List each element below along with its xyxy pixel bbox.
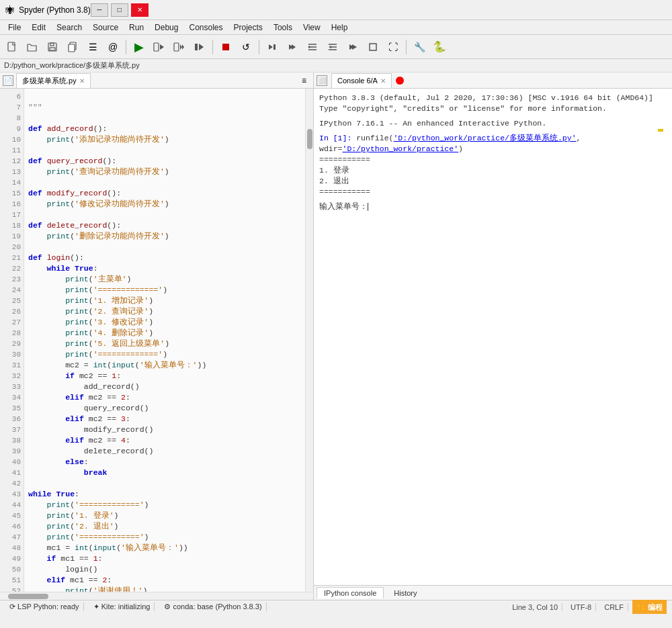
menu-run[interactable]: Run bbox=[124, 21, 149, 34]
status-right: Line 3, Col 10 UTF-8 CRLF ↑↓ 编程 bbox=[508, 600, 667, 614]
code-content[interactable]: """ def add_record(): print('添加记录功能尚待开发'… bbox=[24, 89, 305, 592]
file-path-text: D:/python_work/practice/多级菜单系统.py bbox=[4, 60, 140, 71]
toolbar-separator-1 bbox=[126, 40, 126, 54]
console-tab-close[interactable]: ✕ bbox=[380, 77, 386, 85]
stop2-button[interactable] bbox=[364, 38, 382, 56]
debug-step-button[interactable] bbox=[283, 38, 302, 56]
app-icon: 🕷 bbox=[5, 5, 15, 15]
open-file-button[interactable] bbox=[23, 38, 42, 56]
run-selection-button[interactable] bbox=[170, 38, 189, 56]
svg-marker-7 bbox=[160, 44, 164, 50]
menu-search[interactable]: Search bbox=[51, 21, 87, 34]
scroll-marker bbox=[658, 129, 663, 132]
new-file-button[interactable] bbox=[3, 38, 22, 56]
title-bar: 🕷 Spyder (Python 3.8) ─ □ ✕ bbox=[0, 0, 672, 20]
at-button[interactable]: @ bbox=[103, 38, 122, 56]
svg-rect-11 bbox=[195, 44, 198, 50]
console-tabs: ⬜ Console 6/A ✕ bbox=[314, 73, 672, 89]
settings-button[interactable]: 🔧 bbox=[410, 38, 429, 56]
svg-rect-3 bbox=[50, 48, 55, 50]
svg-marker-9 bbox=[180, 44, 182, 50]
tab-history[interactable]: History bbox=[386, 587, 424, 599]
horizontal-scrollbar-editor[interactable] bbox=[0, 592, 313, 600]
maximize-button[interactable]: □ bbox=[111, 3, 128, 17]
console-red-indicator bbox=[396, 77, 404, 85]
console-menu1: 1. 登录 bbox=[319, 165, 667, 176]
bottom-tabs-bar: IPython console History bbox=[314, 585, 672, 600]
menu-debug[interactable]: Debug bbox=[149, 21, 183, 34]
console-pane: ⬜ Console 6/A ✕ Python 3.8.3 (default, J… bbox=[314, 73, 672, 600]
indent-button[interactable] bbox=[303, 38, 322, 56]
svg-rect-15 bbox=[274, 44, 276, 50]
menu-source[interactable]: Source bbox=[87, 21, 124, 34]
brand-label: ↑↓ 编程 bbox=[632, 600, 667, 614]
run-cell-button[interactable] bbox=[150, 38, 169, 56]
debug-next-button[interactable] bbox=[263, 38, 282, 56]
console-tab-main[interactable]: Console 6/A ✕ bbox=[331, 73, 392, 88]
console-sep-2: =========== bbox=[319, 187, 667, 197]
svg-rect-8 bbox=[174, 43, 179, 51]
editor-pane: 📄 多级菜单系统.py ✕ ≡ 6 7 8 9 10 11 12 13 14 1… bbox=[0, 73, 314, 600]
unindent-button[interactable] bbox=[323, 38, 342, 56]
menu-consoles[interactable]: Consoles bbox=[183, 21, 228, 34]
filepath-bar: D:/python_work/practice/多级菜单系统.py bbox=[0, 59, 672, 73]
restart-button[interactable]: ↺ bbox=[237, 38, 255, 56]
menu-help[interactable]: Help bbox=[326, 21, 353, 34]
minimize-button[interactable]: ─ bbox=[91, 3, 108, 17]
svg-rect-5 bbox=[69, 44, 75, 52]
python-button[interactable]: 🐍 bbox=[430, 38, 449, 56]
svg-rect-6 bbox=[154, 43, 159, 51]
menu-bar: File Edit Search Source Run Debug Consol… bbox=[0, 20, 672, 35]
title-text: Spyder (Python 3.8) bbox=[19, 5, 91, 15]
editor-tab-close[interactable]: ✕ bbox=[79, 77, 85, 85]
list-button[interactable]: ☰ bbox=[83, 38, 102, 56]
svg-rect-28 bbox=[370, 44, 376, 50]
close-button[interactable]: ✕ bbox=[131, 3, 149, 17]
code-area[interactable]: 6 7 8 9 10 11 12 13 14 15 16 17 18 19 20… bbox=[0, 89, 313, 592]
scroll-thumb[interactable] bbox=[307, 129, 312, 149]
toolbar-separator-4 bbox=[406, 40, 407, 54]
cursor-indicator bbox=[368, 203, 368, 211]
console-tab-icon[interactable]: ⬜ bbox=[317, 75, 327, 86]
status-encoding: UTF-8 bbox=[566, 603, 596, 611]
tab-ipython-console[interactable]: IPython console bbox=[317, 587, 384, 598]
debug-continue-button[interactable] bbox=[190, 38, 209, 56]
svg-marker-25 bbox=[329, 46, 331, 48]
h-scroll-thumb[interactable] bbox=[8, 594, 48, 599]
console-content[interactable]: Python 3.8.3 (default, Jul 2 2020, 17:30… bbox=[314, 89, 672, 585]
fullscreen-button[interactable]: ⛶ bbox=[384, 38, 403, 56]
status-position: Line 3, Col 10 bbox=[508, 603, 562, 611]
svg-marker-14 bbox=[269, 44, 273, 50]
console-menu2: 2. 退出 bbox=[319, 176, 667, 187]
status-line-ending: CRLF bbox=[600, 603, 628, 611]
menu-tools[interactable]: Tools bbox=[268, 21, 298, 34]
status-bar: ⟳ LSP Python: ready ✦ Kite: initializing… bbox=[0, 600, 672, 613]
editor-tab-icon[interactable]: 📄 bbox=[3, 75, 13, 86]
status-lsp: ⟳ LSP Python: ready bbox=[5, 602, 84, 611]
svg-marker-17 bbox=[292, 44, 296, 50]
toolbar-separator-2 bbox=[212, 40, 213, 54]
next-cursor-button[interactable] bbox=[343, 38, 362, 56]
window-controls: ─ □ ✕ bbox=[91, 3, 149, 17]
svg-marker-21 bbox=[308, 46, 311, 48]
stop-button[interactable] bbox=[216, 38, 235, 56]
svg-rect-13 bbox=[222, 44, 229, 50]
menu-projects[interactable]: Projects bbox=[228, 21, 268, 34]
menu-view[interactable]: View bbox=[298, 21, 326, 34]
menu-edit[interactable]: Edit bbox=[26, 21, 51, 34]
editor-tab-main[interactable]: 多级菜单系统.py ✕ bbox=[16, 73, 91, 88]
console-prompt: 输入菜单号： bbox=[319, 201, 667, 212]
menu-file[interactable]: File bbox=[3, 21, 26, 34]
copy-button[interactable] bbox=[63, 38, 82, 56]
status-kite: ✦ Kite: initializing bbox=[89, 602, 155, 611]
svg-rect-2 bbox=[50, 43, 54, 46]
console-sep-1: =========== bbox=[319, 154, 667, 165]
console-ipython: IPython 7.16.1 -- An enhanced Interactiv… bbox=[319, 118, 667, 129]
run-button[interactable]: ▶ bbox=[130, 38, 149, 56]
save-file-button[interactable] bbox=[43, 38, 62, 56]
line-numbers: 6 7 8 9 10 11 12 13 14 15 16 17 18 19 20… bbox=[0, 89, 24, 592]
editor-options-button[interactable]: ≡ bbox=[298, 76, 310, 85]
vertical-scrollbar[interactable] bbox=[305, 89, 313, 592]
main-area: 📄 多级菜单系统.py ✕ ≡ 6 7 8 9 10 11 12 13 14 1… bbox=[0, 73, 672, 600]
console-tab-label: Console 6/A bbox=[337, 77, 378, 85]
